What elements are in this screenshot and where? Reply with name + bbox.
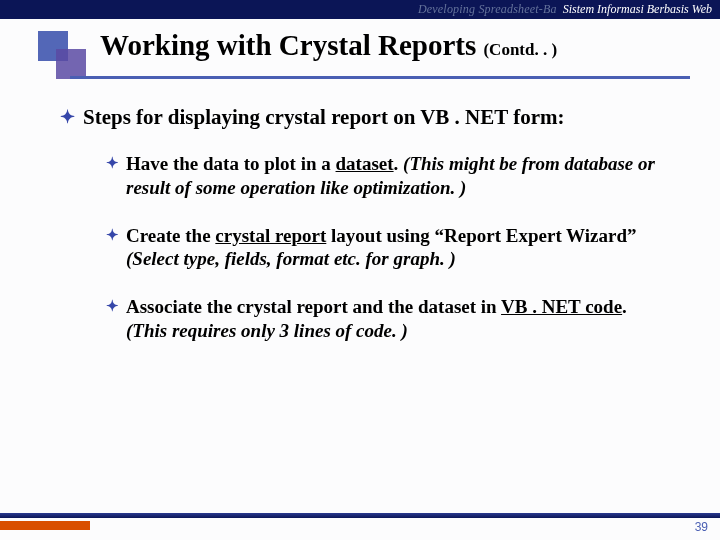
- content-area: ✦ Steps for displaying crystal report on…: [0, 87, 720, 343]
- header-bar: Developing Spreadsheet-Ba Sistem Informa…: [0, 0, 720, 19]
- title-underline: [70, 76, 690, 79]
- star-icon: ✦: [106, 226, 119, 245]
- star-icon: ✦: [106, 154, 119, 173]
- header-faded-text: Developing Spreadsheet-Ba: [418, 2, 557, 17]
- lead-text: Steps for displaying crystal report on V…: [83, 105, 564, 130]
- list-item: ✦ Associate the crystal report and the d…: [106, 295, 670, 343]
- header-course-label: Sistem Informasi Berbasis Web: [563, 2, 712, 17]
- star-icon: ✦: [106, 297, 119, 316]
- list-item: ✦ Have the data to plot in a dataset. (T…: [106, 152, 670, 200]
- footer-accent-bar: [0, 521, 90, 530]
- title-suffix: (Contd. . ): [483, 40, 557, 59]
- slide-title: Working with Crystal Reports (Contd. . ): [100, 29, 557, 62]
- list-item: ✦ Create the crystal report layout using…: [106, 224, 670, 272]
- title-main: Working with Crystal Reports: [100, 29, 483, 61]
- lead-bullet: ✦ Steps for displaying crystal report on…: [60, 105, 670, 130]
- decor-square-purple: [56, 49, 86, 79]
- title-block: Working with Crystal Reports (Contd. . ): [0, 19, 720, 87]
- sub-bullet-list: ✦ Have the data to plot in a dataset. (T…: [60, 152, 670, 343]
- page-number: 39: [695, 520, 708, 534]
- star-icon: ✦: [60, 105, 75, 129]
- footer-divider: [0, 513, 720, 518]
